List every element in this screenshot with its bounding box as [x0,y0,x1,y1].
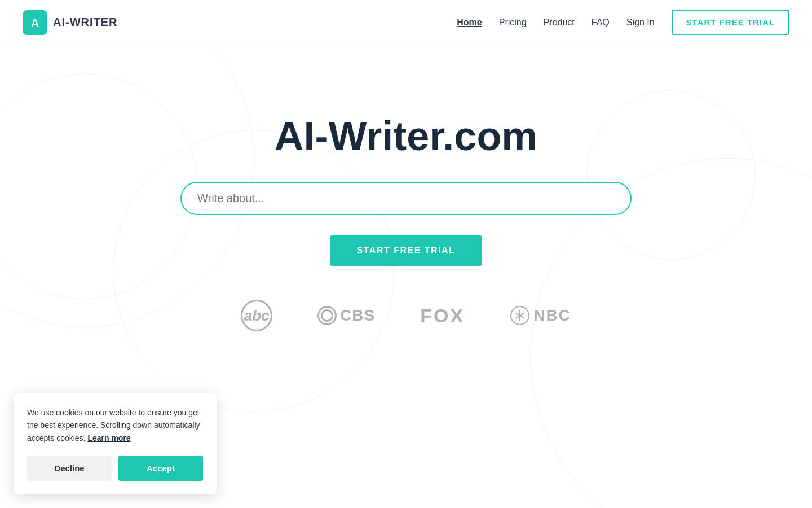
nbc-logo-text: NBC [533,306,571,325]
cookie-learn-more-link[interactable]: Learn more [87,433,130,443]
hero-content: AI-Writer.com START FREE TRIAL [0,45,812,266]
cookie-accept-button[interactable]: Accept [118,456,203,481]
hero-input-wrapper [180,182,632,215]
nav-product[interactable]: Product [544,15,575,30]
navbar: A AI-WRITER Home Pricing Product FAQ Sig… [0,0,812,45]
cookie-buttons: Decline Accept [27,456,203,481]
nav-pricing[interactable]: Pricing [499,15,527,30]
nbc-logo-icon [510,305,530,326]
logo-cbs: CBS [317,306,375,325]
cbs-logo-text: CBS [340,306,375,325]
hero-title: AI-Writer.com [275,113,538,159]
svg-text:A: A [31,17,39,29]
logo-nbc: NBC [510,305,571,326]
logo-fox: FOX [420,305,465,327]
nav-faq[interactable]: FAQ [592,15,610,30]
cookie-decline-button[interactable]: Decline [27,456,112,481]
hero-start-trial-button[interactable]: START FREE TRIAL [330,235,483,266]
nav-signin[interactable]: Sign In [626,15,655,30]
logo-abc: abc [241,300,272,331]
logo-icon: A [23,10,47,35]
nav-home[interactable]: Home [457,15,482,30]
cbs-logo-icon [317,306,337,325]
cookie-banner: We use cookies on our website to ensure … [14,393,217,494]
nav-start-trial-button[interactable]: START FREE TRIAL [672,10,789,35]
logo-text: AI-WRITER [53,16,118,29]
cookie-message: We use cookies on our website to ensure … [27,406,203,444]
fox-logo-text: FOX [420,305,465,327]
logo[interactable]: A AI-WRITER [23,10,118,35]
abc-logo-icon: abc [241,300,272,331]
nav-links: Home Pricing Product FAQ Sign In START F… [457,10,789,35]
write-about-input[interactable] [197,192,615,205]
brand-logos-section: abc CBS FOX NBC [0,266,812,348]
